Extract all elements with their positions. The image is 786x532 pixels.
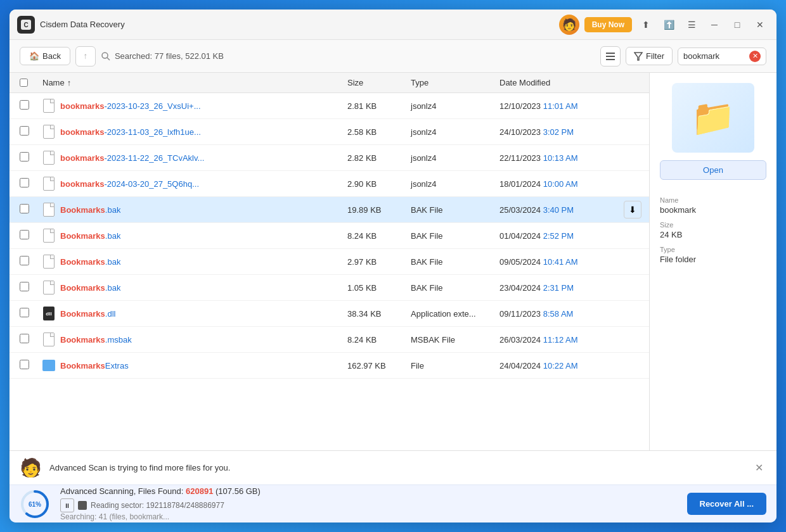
- file-size: 2.90 KB: [347, 179, 411, 189]
- file-date: 09/05/2024 10:41 AM: [499, 257, 639, 267]
- search-clear-button[interactable]: ✕: [749, 51, 761, 62]
- row-checkbox[interactable]: [20, 230, 29, 239]
- search-icon: [101, 51, 111, 61]
- file-type: jsonlz4: [411, 153, 499, 163]
- file-rows-container: bookmarks-2023-10-23_26_VxsUi+...2.81 KB…: [10, 93, 649, 450]
- file-size: 8.24 KB: [347, 335, 411, 345]
- notification-close-button[interactable]: ✕: [751, 460, 766, 476]
- svg-rect-5: [606, 56, 615, 57]
- svg-rect-6: [606, 59, 615, 60]
- open-button[interactable]: Open: [660, 160, 766, 180]
- size-col-header[interactable]: Size: [347, 78, 411, 87]
- file-date: 22/11/2023 10:13 AM: [499, 153, 639, 163]
- file-type: BAK File: [411, 231, 499, 241]
- user-avatar: 🧑: [559, 15, 579, 35]
- name-value: bookmark: [660, 205, 766, 215]
- file-size: 162.97 KB: [347, 361, 411, 370]
- file-generic-icon: [43, 229, 55, 243]
- type-col-header[interactable]: Type: [411, 78, 499, 87]
- up-button[interactable]: ↑: [75, 46, 96, 66]
- list-view-icon: [605, 51, 615, 61]
- row-checkbox[interactable]: [20, 152, 29, 162]
- share-icon-button[interactable]: ⬆: [637, 16, 655, 34]
- sort-icon: ↑: [67, 78, 72, 87]
- file-size: 19.89 KB: [347, 205, 411, 215]
- file-generic-icon: [43, 177, 55, 191]
- app-logo: C: [17, 16, 35, 34]
- notification-text: Advanced Scan is trying to find more fil…: [49, 463, 744, 472]
- up-arrow-icon: ↑: [84, 51, 88, 61]
- row-recover-button[interactable]: ⬇: [624, 201, 641, 218]
- detail-panel: 📁 Open Name bookmark Size 24 KB Type Fil…: [650, 73, 776, 450]
- table-row[interactable]: BookmarksExtras162.97 KBFile24/04/2024 1…: [10, 353, 649, 379]
- detail-preview: 📁: [672, 83, 754, 153]
- file-type: jsonlz4: [411, 179, 499, 189]
- file-date: 26/03/2024 11:12 AM: [499, 335, 639, 345]
- status-main-text: Advanced Scanning, Files Found: 620891 (…: [60, 486, 677, 496]
- stop-button[interactable]: [78, 501, 87, 510]
- table-row[interactable]: Bookmarks.bak1.05 KBBAK File23/04/2024 2…: [10, 275, 649, 301]
- row-checkbox[interactable]: [20, 126, 29, 136]
- scanning-text: Searching: 41 (files, bookmark...: [60, 512, 677, 521]
- file-generic-icon: [43, 151, 55, 165]
- table-row[interactable]: dllBookmarks.dll38.34 KBApplication exte…: [10, 301, 649, 327]
- table-row[interactable]: bookmarks-2023-11-03_26_lxfh1ue...2.58 K…: [10, 119, 649, 145]
- pause-button[interactable]: ⏸: [60, 498, 74, 512]
- file-date: 24/10/2023 3:02 PM: [499, 127, 639, 137]
- table-row[interactable]: Bookmarks.bak2.97 KBBAK File09/05/2024 1…: [10, 249, 649, 275]
- row-checkbox[interactable]: [20, 334, 29, 343]
- file-name: bookmarks-2023-10-23_26_VxsUi+...: [60, 101, 201, 111]
- recover-all-button[interactable]: Recover All ...: [687, 493, 767, 515]
- table-row[interactable]: bookmarks-2023-10-23_26_VxsUi+...2.81 KB…: [10, 93, 649, 119]
- size-label: Size: [660, 221, 766, 229]
- status-sub-text: ⏸ Reading sector: 192118784/248886977: [60, 498, 677, 512]
- table-row[interactable]: Bookmarks.msbak8.24 KBMSBAK File26/03/20…: [10, 327, 649, 353]
- file-name: Bookmarks.bak: [60, 283, 120, 293]
- file-name: Bookmarks.bak: [60, 257, 120, 267]
- folder-row-icon: [42, 360, 55, 371]
- row-checkbox[interactable]: [20, 282, 29, 291]
- file-generic-icon: [43, 99, 55, 113]
- close-button[interactable]: ✕: [751, 16, 769, 34]
- svg-rect-4: [606, 53, 615, 54]
- row-checkbox[interactable]: [20, 308, 29, 317]
- table-row[interactable]: Bookmarks.bak19.89 KBBAK File25/03/2024 …: [10, 197, 649, 223]
- date-col-header[interactable]: Date Modified: [499, 78, 639, 87]
- list-view-button[interactable]: [600, 46, 621, 66]
- type-value: File folder: [660, 255, 766, 264]
- upload-icon-button[interactable]: ⬆️: [660, 16, 678, 34]
- filter-button[interactable]: Filter: [626, 47, 673, 65]
- back-button[interactable]: 🏠 Back: [20, 47, 70, 65]
- minimize-button[interactable]: ─: [705, 16, 723, 34]
- file-name: Bookmarks.dll: [60, 309, 115, 319]
- maximize-button[interactable]: □: [728, 16, 746, 34]
- main-window: C Cisdem Data Recovery 🧑 Buy Now ⬆ ⬆️ ☰ …: [10, 10, 776, 522]
- buy-now-button[interactable]: Buy Now: [584, 17, 632, 32]
- name-label: Name: [660, 196, 766, 204]
- file-date: 12/10/2023 11:01 AM: [499, 101, 639, 111]
- toolbar: 🏠 Back ↑ Searched: 77 files, 522.01 KB: [10, 40, 776, 73]
- table-row[interactable]: bookmarks-2024-03-20_27_5Q6hq...2.90 KBj…: [10, 171, 649, 197]
- row-checkbox[interactable]: [20, 100, 29, 110]
- file-type: BAK File: [411, 283, 499, 293]
- row-checkbox[interactable]: [20, 360, 29, 369]
- file-generic-icon: [43, 125, 55, 139]
- file-panel: Name ↑ Size Type Date Modified bookmarks…: [10, 73, 650, 450]
- progress-percent: 61%: [29, 500, 41, 507]
- select-all-checkbox[interactable]: [20, 79, 28, 87]
- checkbox-header[interactable]: [20, 78, 42, 87]
- notification-bar: 🧑 Advanced Scan is trying to find more f…: [10, 450, 776, 484]
- table-row[interactable]: bookmarks-2023-11-22_26_TCvAklv...2.82 K…: [10, 145, 649, 171]
- file-generic-icon: [43, 281, 55, 294]
- file-size: 2.82 KB: [347, 153, 411, 163]
- row-checkbox[interactable]: [20, 204, 29, 213]
- menu-icon-button[interactable]: ☰: [683, 16, 700, 34]
- dll-icon: dll: [43, 307, 55, 320]
- name-col-header[interactable]: Name ↑: [42, 78, 347, 87]
- row-checkbox[interactable]: [20, 256, 29, 265]
- file-name: Bookmarks.bak: [60, 205, 120, 215]
- row-checkbox[interactable]: [20, 178, 29, 187]
- file-type: File: [411, 361, 499, 370]
- search-input[interactable]: [683, 51, 747, 61]
- table-row[interactable]: Bookmarks.bak8.24 KBBAK File01/04/2024 2…: [10, 223, 649, 249]
